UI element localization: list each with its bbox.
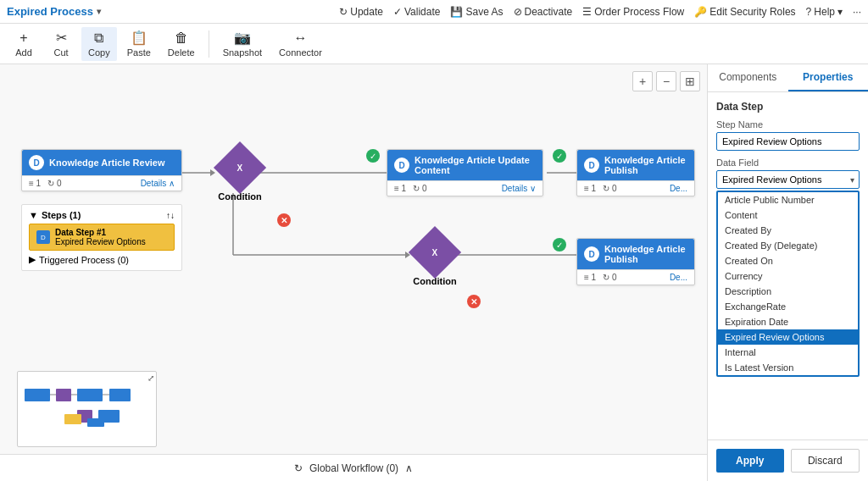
dropdown-item-exchange-rate[interactable]: ExchangeRate bbox=[718, 299, 858, 314]
condition-node-2[interactable]: X Condition bbox=[405, 234, 465, 286]
svg-rect-17 bbox=[64, 414, 81, 424]
dropdown-item-created-by[interactable]: Created By bbox=[718, 223, 858, 238]
dropdown-item-currency[interactable]: Currency bbox=[718, 268, 858, 284]
svg-rect-13 bbox=[77, 389, 103, 401]
steps-count-update: ≡ 1 bbox=[394, 184, 406, 193]
dropdown-item-description[interactable]: Description bbox=[718, 284, 858, 299]
action-help[interactable]: ? Help ▾ bbox=[806, 6, 843, 18]
details-btn-update[interactable]: Details ∨ bbox=[502, 184, 536, 193]
dropdown-item-created-on[interactable]: Created On bbox=[718, 253, 858, 268]
node-knowledge-article-update[interactable]: D Knowledge Article Update Content ≡ 1 ↻… bbox=[387, 149, 543, 196]
connector-icon: ↔ bbox=[293, 30, 307, 46]
global-workflow-label: Global Workflow (0) bbox=[309, 462, 398, 474]
condition-node-1[interactable]: X Condition bbox=[210, 149, 270, 202]
panel-content: Data Step Step Name Data Field Expired R… bbox=[708, 92, 868, 440]
svg-rect-18 bbox=[87, 418, 104, 427]
connector-button[interactable]: ↔ Connector bbox=[272, 27, 329, 61]
steps-count-publish-bottom: ≡ 1 bbox=[584, 273, 596, 282]
node-knowledge-article-publish-top[interactable]: D Knowledge Article Publish ≡ 1 ↻ 0 De..… bbox=[576, 149, 695, 196]
copy-button[interactable]: ⧉ Copy bbox=[81, 27, 117, 61]
delete-x-2[interactable]: ✕ bbox=[467, 295, 481, 308]
toolbar: + Add ✂ Cut ⧉ Copy 📋 Paste 🗑 Delete 📷 Sn… bbox=[0, 24, 868, 64]
dropdown-item-article-public-number[interactable]: Article Public Number bbox=[718, 192, 858, 207]
global-workflow-bar[interactable]: ↻ Global Workflow (0) ∧ bbox=[0, 454, 707, 481]
node-footer-publish-top: ≡ 1 ↻ 0 De... bbox=[577, 180, 694, 196]
cyclic-count-update: ↻ 0 bbox=[413, 184, 426, 193]
cyclic-count-review: ↻ 0 bbox=[47, 179, 61, 188]
copy-label: Copy bbox=[88, 47, 110, 58]
zoom-in-button[interactable]: + bbox=[632, 71, 653, 91]
green-check-2: ✓ bbox=[553, 149, 566, 163]
action-save-as[interactable]: 💾 Save As bbox=[450, 6, 503, 18]
dropdown-item-keywords[interactable]: Keywords bbox=[718, 375, 858, 377]
minimap-expand-icon[interactable]: ⤢ bbox=[147, 373, 154, 383]
panel-tabs: Components Properties bbox=[708, 64, 868, 92]
svg-rect-14 bbox=[109, 389, 131, 401]
minimap[interactable]: ⤢ bbox=[17, 371, 157, 447]
node-icon-update: D bbox=[394, 158, 409, 173]
steps-panel: ▼ Steps (1) ↑↓ D Data Step #1 Expired Re… bbox=[21, 204, 182, 271]
topbar: Expired Process ▾ ↻ Update ✓ Validate 💾 … bbox=[0, 0, 868, 24]
steps-header[interactable]: ▼ Steps (1) ↑↓ bbox=[29, 210, 175, 220]
title-text: Expired Process bbox=[7, 5, 93, 18]
right-panel: Components Properties Data Step Step Nam… bbox=[707, 64, 868, 481]
svg-rect-11 bbox=[25, 389, 50, 401]
action-deactivate[interactable]: ⊘ Deactivate bbox=[514, 6, 573, 18]
cut-button[interactable]: ✂ Cut bbox=[44, 26, 78, 61]
apply-button[interactable]: Apply bbox=[716, 449, 784, 473]
details-btn-publish-bottom[interactable]: De... bbox=[670, 273, 687, 282]
discard-button[interactable]: Discard bbox=[791, 449, 860, 473]
triangle-icon: ▼ bbox=[29, 210, 38, 220]
triangle-icon-2: ▶ bbox=[29, 254, 36, 265]
details-btn-review[interactable]: Details ∧ bbox=[141, 179, 175, 188]
data-step-item[interactable]: D Data Step #1 Expired Review Options bbox=[29, 224, 175, 251]
node-knowledge-article-review[interactable]: D Knowledge Article Review ≡ 1 ↻ 0 Detai… bbox=[21, 149, 182, 191]
node-knowledge-article-publish-bottom[interactable]: D Knowledge Article Publish ≡ 1 ↻ 0 De..… bbox=[576, 238, 695, 285]
dropdown-item-internal[interactable]: Internal bbox=[718, 345, 858, 360]
zoom-fit-button[interactable]: ⊞ bbox=[680, 71, 700, 91]
panel-buttons: Apply Discard bbox=[708, 440, 868, 481]
data-step-number: Data Step #1 bbox=[55, 228, 146, 237]
svg-rect-12 bbox=[56, 389, 71, 401]
triggered-process[interactable]: ▶ Triggered Process (0) bbox=[29, 254, 175, 265]
cyclic-count-publish-top: ↻ 0 bbox=[603, 184, 616, 193]
snapshot-label: Snapshot bbox=[223, 47, 262, 58]
app-title[interactable]: Expired Process ▾ bbox=[7, 5, 101, 18]
tab-properties[interactable]: Properties bbox=[788, 64, 869, 91]
action-update[interactable]: ↻ Update bbox=[339, 6, 383, 18]
dropdown-item-expired-review-options[interactable]: Expired Review Options bbox=[718, 329, 858, 345]
paste-label: Paste bbox=[127, 47, 151, 58]
dropdown-item-is-latest-version[interactable]: Is Latest Version bbox=[718, 360, 858, 375]
refresh-icon: ↻ bbox=[294, 462, 303, 474]
node-footer-update: ≡ 1 ↻ 0 Details ∨ bbox=[387, 180, 542, 196]
dropdown-item-expiration-date[interactable]: Expiration Date bbox=[718, 314, 858, 329]
node-title-review: Knowledge Article Review bbox=[49, 158, 165, 168]
node-footer-publish-bottom: ≡ 1 ↻ 0 De... bbox=[577, 269, 694, 285]
dropdown-item-content[interactable]: Content bbox=[718, 207, 858, 223]
delete-button[interactable]: 🗑 Delete bbox=[161, 27, 202, 61]
data-step-icon: D bbox=[36, 230, 50, 244]
snapshot-button[interactable]: 📷 Snapshot bbox=[216, 26, 269, 61]
details-btn-publish-top[interactable]: De... bbox=[670, 184, 687, 193]
cut-label: Cut bbox=[53, 47, 68, 58]
zoom-out-button[interactable]: − bbox=[656, 71, 676, 91]
paste-button[interactable]: 📋 Paste bbox=[120, 26, 158, 61]
cond-icon-1: X bbox=[237, 163, 243, 172]
action-order-process-flow[interactable]: ☰ Order Process Flow bbox=[582, 6, 684, 18]
triggered-process-label: Triggered Process (0) bbox=[39, 255, 129, 265]
steps-sort-icons[interactable]: ↑↓ bbox=[166, 211, 175, 220]
node-icon-review: D bbox=[29, 155, 44, 170]
canvas[interactable]: D Knowledge Article Review ≡ 1 ↻ 0 Detai… bbox=[0, 64, 707, 481]
tab-components[interactable]: Components bbox=[708, 64, 788, 91]
dropdown-list[interactable]: Article Public Number Content Created By… bbox=[716, 191, 860, 377]
action-edit-security-roles[interactable]: 🔑 Edit Security Roles bbox=[694, 6, 795, 18]
data-field-select[interactable]: Expired Review Options bbox=[716, 170, 860, 189]
add-button[interactable]: + Add bbox=[7, 27, 41, 61]
step-name-input[interactable] bbox=[716, 132, 860, 151]
action-more[interactable]: ··· bbox=[853, 6, 861, 18]
cyclic-count-publish-bottom: ↻ 0 bbox=[603, 273, 616, 282]
expand-icon: ∧ bbox=[405, 462, 413, 474]
action-validate[interactable]: ✓ Validate bbox=[393, 6, 440, 18]
dropdown-item-created-by-delegate[interactable]: Created By (Delegate) bbox=[718, 238, 858, 253]
delete-x-1[interactable]: ✕ bbox=[277, 213, 291, 227]
